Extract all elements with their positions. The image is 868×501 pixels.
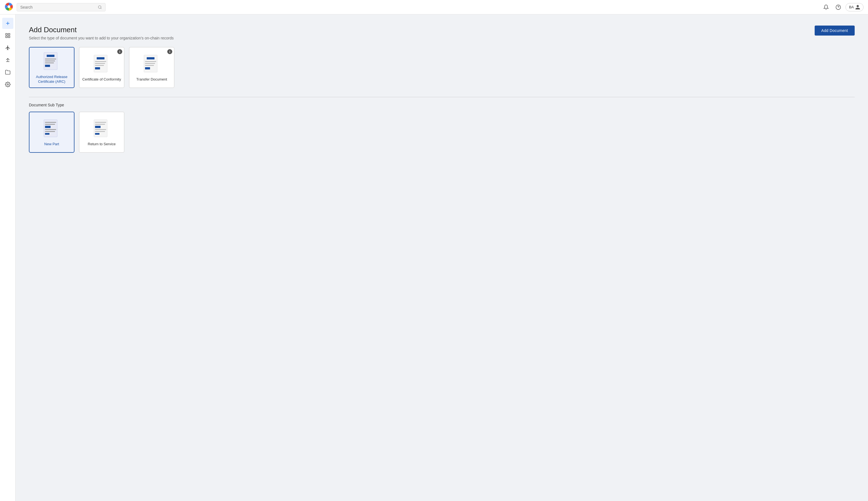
transfer-card-label: Transfer Document [136, 77, 167, 82]
svg-rect-32 [145, 67, 150, 70]
sidebar-item-settings[interactable] [2, 79, 13, 90]
svg-rect-36 [45, 126, 51, 128]
svg-rect-35 [45, 124, 55, 125]
help-button[interactable] [833, 2, 843, 12]
sidebar-item-add[interactable] [2, 18, 13, 29]
svg-rect-26 [95, 67, 100, 70]
svg-rect-10 [8, 36, 10, 38]
svg-rect-9 [8, 34, 10, 35]
transfer-doc-icon [143, 54, 161, 74]
new-part-doc-icon [43, 119, 61, 139]
svg-rect-11 [6, 36, 7, 38]
subtype-section-label: Document Sub Type [29, 103, 855, 107]
svg-line-3 [100, 8, 102, 9]
subtype-card-new-part[interactable]: New Part [29, 111, 74, 153]
svg-rect-24 [95, 63, 105, 64]
user-chip[interactable]: BA [846, 3, 864, 11]
svg-rect-28 [147, 57, 155, 60]
topbar: BA [0, 0, 868, 14]
subtype-card-return-to-service[interactable]: Return to Service [79, 111, 125, 153]
svg-rect-16 [47, 55, 54, 57]
svg-rect-22 [97, 57, 105, 60]
subtype-cards: New Part Return to Service [29, 111, 855, 153]
app-logo [4, 2, 13, 12]
svg-rect-8 [6, 34, 7, 35]
arc-doc-icon [43, 52, 61, 72]
topbar-right: BA [821, 2, 864, 12]
svg-rect-43 [95, 126, 100, 128]
sidebar-item-tools[interactable] [2, 54, 13, 65]
transfer-info-badge[interactable]: i [167, 49, 172, 54]
page-header: Add Document Select the type of document… [29, 25, 855, 40]
sidebar-item-folder[interactable] [2, 67, 13, 78]
svg-point-14 [7, 84, 8, 85]
sidebar [0, 14, 15, 501]
doc-card-coc[interactable]: i Certificate of Conformity [79, 47, 125, 88]
coc-card-label: Certificate of Conformity [82, 77, 121, 82]
notifications-button[interactable] [821, 2, 831, 12]
page-header-left: Add Document Select the type of document… [29, 25, 174, 40]
page-title: Add Document [29, 25, 174, 34]
doc-type-cards: Authorized Release Certificate (ARC) i C… [29, 47, 855, 88]
svg-rect-29 [145, 61, 156, 62]
sidebar-item-dashboard[interactable] [2, 30, 13, 41]
account-icon [855, 4, 860, 10]
return-to-service-doc-icon [93, 119, 110, 139]
svg-rect-34 [45, 122, 56, 123]
search-input[interactable] [20, 5, 96, 9]
sidebar-item-flight[interactable] [2, 42, 13, 53]
search-icon [98, 5, 102, 9]
svg-rect-18 [45, 61, 55, 61]
arc-card-label: Authorized Release Certificate (ARC) [32, 75, 72, 84]
svg-rect-17 [45, 58, 56, 60]
svg-rect-44 [95, 129, 106, 130]
svg-rect-37 [45, 129, 56, 130]
search-bar[interactable] [17, 3, 106, 11]
svg-rect-38 [45, 131, 55, 132]
coc-doc-icon [93, 54, 110, 74]
doc-card-transfer[interactable]: i Transfer Document [129, 47, 174, 88]
new-part-card-label: New Part [44, 142, 59, 147]
svg-rect-23 [95, 61, 106, 62]
svg-rect-41 [95, 122, 106, 123]
svg-rect-39 [45, 133, 50, 135]
main-content: Add Document Select the type of document… [15, 14, 868, 501]
subtype-section: Document Sub Type New Part [29, 97, 855, 153]
svg-rect-31 [145, 65, 154, 66]
doc-card-arc[interactable]: Authorized Release Certificate (ARC) [29, 47, 74, 88]
user-initials: BA [849, 5, 854, 9]
coc-info-badge[interactable]: i [117, 49, 122, 54]
svg-point-2 [98, 6, 101, 8]
page-subtitle: Select the type of document you want to … [29, 36, 174, 40]
svg-rect-30 [145, 63, 155, 64]
svg-rect-19 [45, 63, 54, 63]
return-to-service-card-label: Return to Service [88, 142, 116, 147]
svg-rect-42 [95, 124, 105, 125]
add-document-button[interactable]: Add Document [815, 25, 855, 35]
svg-rect-45 [95, 131, 105, 132]
svg-rect-20 [45, 65, 50, 67]
svg-point-1 [8, 5, 10, 8]
svg-rect-46 [95, 133, 99, 135]
svg-rect-25 [95, 65, 104, 66]
